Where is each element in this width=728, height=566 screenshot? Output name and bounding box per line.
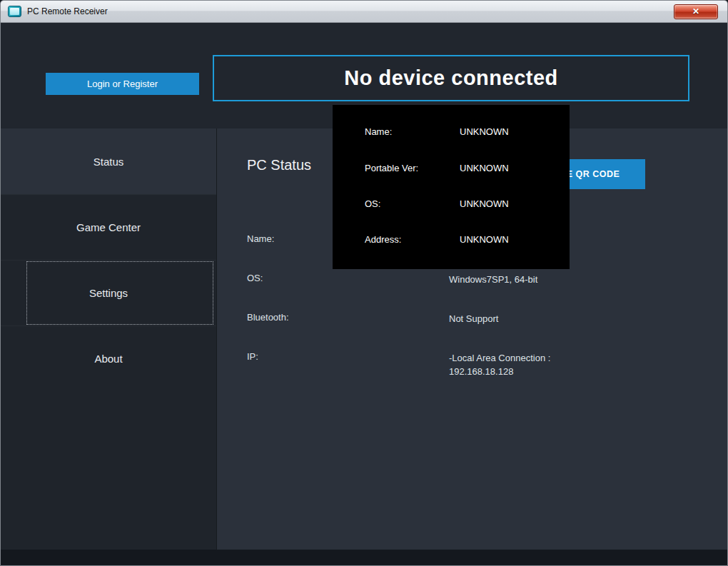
ip-line-2: 192.168.18.128 [449, 366, 513, 377]
sidebar-item-status[interactable]: Status [1, 128, 216, 194]
popup-value: UNKNOWN [460, 198, 509, 209]
titlebar: PC Remote Receiver ✕ [1, 1, 727, 23]
sidebar-item-label: Status [93, 156, 124, 168]
app-window: PC Remote Receiver ✕ Login or Register N… [0, 0, 728, 566]
field-row-bluetooth: Bluetooth: Not Support [217, 312, 727, 326]
popup-value: UNKNOWN [460, 163, 509, 173]
field-value: -Local Area Connection : 192.168.18.128 [449, 351, 550, 378]
close-icon: ✕ [692, 6, 699, 16]
popup-value: UNKNOWN [460, 234, 509, 245]
field-row-os: OS: Windows7SP1, 64-bit [217, 273, 727, 287]
field-row-ip: IP: -Local Area Connection : 192.168.18.… [217, 351, 727, 365]
device-connection-text: No device connected [344, 66, 558, 90]
login-register-button[interactable]: Login or Register [46, 73, 199, 95]
field-label: IP: [247, 351, 258, 362]
popup-label: OS: [365, 198, 380, 209]
qr-code-button-label: E QR CODE [567, 169, 620, 179]
field-label: Name: [247, 233, 274, 244]
login-register-label: Login or Register [87, 79, 158, 89]
field-value: Windows7SP1, 64-bit [449, 273, 537, 286]
page-title: PC Status [247, 157, 311, 173]
popup-label: Name: [365, 126, 392, 137]
popup-row-address: Address: UNKNOWN [333, 234, 570, 248]
close-button[interactable]: ✕ [674, 4, 718, 19]
device-info-popup: Name: UNKNOWN Portable Ver: UNKNOWN OS: … [333, 105, 570, 269]
popup-value: UNKNOWN [460, 126, 509, 137]
device-connection-banner: No device connected [213, 55, 689, 101]
app-icon [8, 6, 21, 17]
field-value: Not Support [449, 312, 498, 325]
popup-label: Portable Ver: [365, 163, 418, 173]
popup-row-os: OS: UNKNOWN [333, 198, 570, 213]
sidebar-item-game-center[interactable]: Game Center [1, 194, 216, 260]
popup-label: Address: [365, 234, 401, 245]
popup-row-name: Name: UNKNOWN [333, 126, 570, 141]
sidebar-item-label: About [94, 353, 122, 365]
sidebar-item-about[interactable]: About [1, 325, 216, 391]
window-title: PC Remote Receiver [27, 6, 108, 16]
sidebar-item-label: Game Center [76, 221, 141, 233]
field-label: OS: [247, 273, 263, 283]
sidebar-item-label: Settings [89, 287, 128, 299]
field-label: Bluetooth: [247, 312, 289, 323]
popup-row-portable-ver: Portable Ver: UNKNOWN [333, 163, 570, 177]
ip-line-1: -Local Area Connection : [449, 353, 550, 363]
sidebar-item-settings[interactable]: Settings [1, 260, 216, 325]
app-body: Login or Register No device connected St… [1, 23, 727, 565]
sidebar-nav: Status Game Center Settings About [1, 128, 217, 550]
